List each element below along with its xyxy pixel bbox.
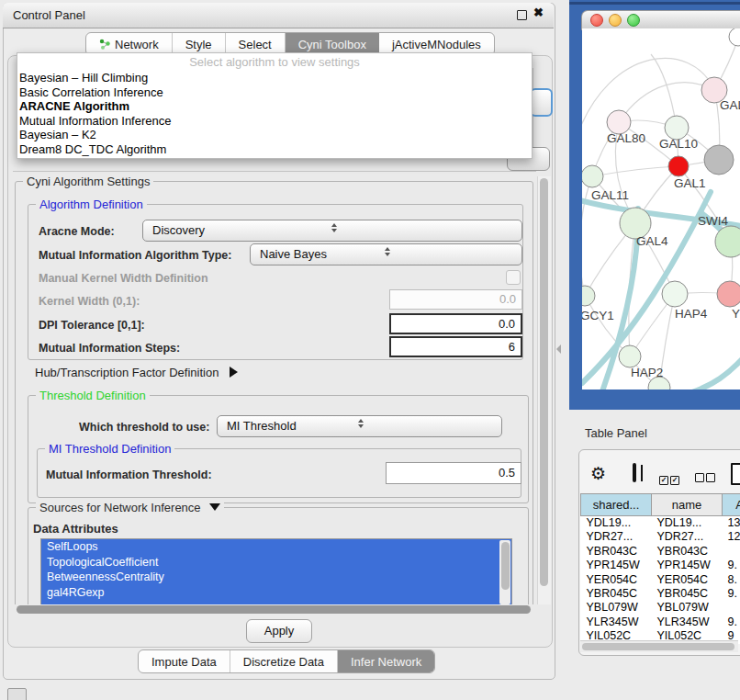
threshold-definition-title: Threshold Definition	[36, 389, 150, 402]
spinner-arrows-icon	[260, 247, 515, 256]
tab-label: Cyni Toolbox	[298, 38, 366, 51]
algorithm-menu-item[interactable]: Basic Correlation Inference	[17, 85, 532, 100]
table-cell: YLR345W	[581, 615, 652, 629]
gear-icon[interactable]: ⚙	[590, 463, 606, 484]
zoom-traffic-light-icon[interactable]	[627, 14, 640, 27]
table-row[interactable]: YPR145WYPR145W9.	[581, 559, 740, 572]
network-icon	[99, 39, 110, 50]
column-header[interactable]: name	[652, 494, 723, 516]
network-node-label: GAL10	[659, 137, 698, 151]
tab-label: Select	[239, 38, 272, 51]
attribute-list-item[interactable]: SelfLoops	[41, 539, 511, 555]
table-cell: 13	[723, 516, 740, 531]
table-cell: 8.	[723, 573, 740, 587]
settings-scroll-viewport: Cyni Algorithm Settings Algorithm Defini…	[13, 173, 537, 604]
table-row[interactable]: YBL079WYBL079W	[581, 601, 740, 615]
network-canvas[interactable]: GALGAL80GAL10GAL1GAL11SWI4GAL4GCY1HAP4YH…	[582, 28, 740, 390]
sources-title[interactable]: Sources for Network Inference	[36, 501, 224, 514]
cyni-algorithm-settings-title: Cyni Algorithm Settings	[23, 175, 153, 188]
algorithm-menu-item[interactable]: Bayesian – K2	[17, 128, 532, 142]
network-window-titlebar[interactable]	[581, 10, 740, 30]
table-row[interactable]: YBR045CYBR045C9.	[581, 587, 740, 601]
algorithm-menu-item[interactable]: ARACNE Algorithm	[17, 99, 532, 114]
table-row[interactable]: YBR043CYBR043C	[581, 545, 740, 559]
network-node-label: SWI4	[698, 214, 728, 228]
tab-discretize-data[interactable]: Discretize Data	[230, 650, 338, 672]
tab-infer-network[interactable]: Infer Network	[338, 650, 434, 672]
table-cell: YBR043C	[581, 545, 652, 559]
table-cell: YBL079W	[652, 601, 723, 615]
table-cell: YDL19...	[652, 516, 723, 531]
mi-steps-label: Mutual Information Steps:	[39, 342, 180, 355]
document-icon[interactable]	[731, 463, 740, 485]
apply-button[interactable]: Apply	[246, 619, 312, 643]
table-row[interactable]: YDL19...YDL19...13	[581, 516, 740, 531]
tab-label: Network	[115, 38, 159, 51]
table-row[interactable]: YDR27...YDR27...12	[581, 530, 740, 544]
aracne-mode-combobox[interactable]: Discovery	[142, 220, 522, 242]
network-edge-thick	[692, 356, 740, 390]
dpi-tolerance-field[interactable]: 0.0	[389, 313, 522, 334]
workspace-top-edge	[569, 2, 740, 5]
split-panel-icon[interactable]	[633, 463, 636, 482]
tab-label: Infer Network	[351, 655, 421, 669]
attribute-list-item[interactable]: TopologicalCoefficient	[41, 555, 511, 570]
attribute-list-item[interactable]: gal4RGexp	[41, 585, 511, 601]
node-attribute-table[interactable]: shared...nameA YDL19...YDL19...13YDR27..…	[580, 493, 740, 644]
minimize-traffic-light-icon[interactable]	[609, 14, 622, 27]
tab-label: Impute Data	[151, 655, 217, 669]
table-cell: YER054C	[652, 573, 723, 587]
network-node-label: GCY1	[582, 309, 614, 322]
table-panel-title: Table Panel	[585, 426, 647, 440]
table-row[interactable]: YLR345WYLR345W9.	[581, 615, 740, 629]
split-pane-handle-icon[interactable]	[556, 344, 561, 354]
algorithm-menu-item[interactable]: Dream8 DC_TDC Algorithm	[17, 142, 532, 157]
table-horizontal-scrollbar[interactable]	[580, 640, 738, 652]
which-threshold-label: Which threshold to use:	[79, 421, 209, 434]
table-cell: YDR27...	[581, 530, 652, 544]
tab-label: jActiveMNodules	[392, 38, 481, 51]
hub-definition-toggle[interactable]: Hub/Transcription Factor Definition	[35, 366, 238, 379]
attribute-list-item[interactable]: BetweennessCentrality	[41, 570, 511, 585]
network-node	[619, 345, 641, 367]
table-cell: YPR145W	[581, 559, 652, 572]
close-icon[interactable]: ✖	[533, 6, 544, 19]
hub-definition-label: Hub/Transcription Factor Definition	[35, 366, 219, 379]
settings-horizontal-scrollbar[interactable]	[17, 605, 531, 614]
network-edge	[582, 58, 714, 137]
network-node-label: GAL	[720, 98, 740, 112]
algorithm-dropdown-placeholder: Select algorithm to view settings	[17, 53, 532, 71]
deselect-all-icon[interactable]	[695, 469, 717, 486]
kernel-width-field[interactable]: 0.0	[389, 289, 522, 310]
table-cell	[723, 601, 740, 615]
table-cell: 12	[723, 530, 740, 544]
table-cell: YDL19...	[581, 516, 652, 531]
settings-vertical-scrollbar[interactable]	[537, 176, 551, 604]
table-cell: 9.	[723, 615, 740, 629]
mi-type-combobox[interactable]: Naive Bayes	[250, 243, 522, 265]
focused-combobox-fragment[interactable]	[530, 88, 553, 117]
aracne-mode-label: Aracne Mode:	[39, 225, 115, 238]
mi-threshold-field[interactable]: 0.5	[386, 462, 521, 484]
data-attributes-label: Data Attributes	[33, 522, 118, 536]
mi-steps-field[interactable]: 6	[389, 336, 522, 357]
close-traffic-light-icon[interactable]	[590, 14, 603, 27]
list-scrollbar[interactable]	[499, 540, 510, 604]
table-cell: YLR345W	[652, 615, 723, 629]
select-all-icon[interactable]: ✓✓	[659, 469, 681, 486]
table-cell	[723, 545, 740, 559]
network-node-label: HAP4	[675, 307, 708, 321]
manual-kernel-checkbox[interactable]	[506, 270, 521, 285]
tab-impute-data[interactable]: Impute Data	[139, 650, 230, 672]
bottom-tabstrip: Impute DataDiscretize DataInfer Network	[138, 649, 435, 673]
which-threshold-combobox[interactable]: MI Threshold	[217, 415, 502, 437]
algorithm-menu-item[interactable]: Mutual Information Inference	[17, 114, 532, 129]
float-window-icon[interactable]	[517, 10, 527, 20]
column-header[interactable]: shared...	[581, 494, 652, 516]
corner-mini-button[interactable]	[7, 688, 27, 700]
tab-label: Discretize Data	[243, 655, 324, 669]
collapse-arrow-icon	[209, 503, 220, 511]
algorithm-menu-item[interactable]: Bayesian – Hill Climbing	[17, 71, 532, 85]
column-header[interactable]: A	[723, 494, 740, 516]
table-row[interactable]: YER054CYER054C8.	[581, 573, 740, 587]
